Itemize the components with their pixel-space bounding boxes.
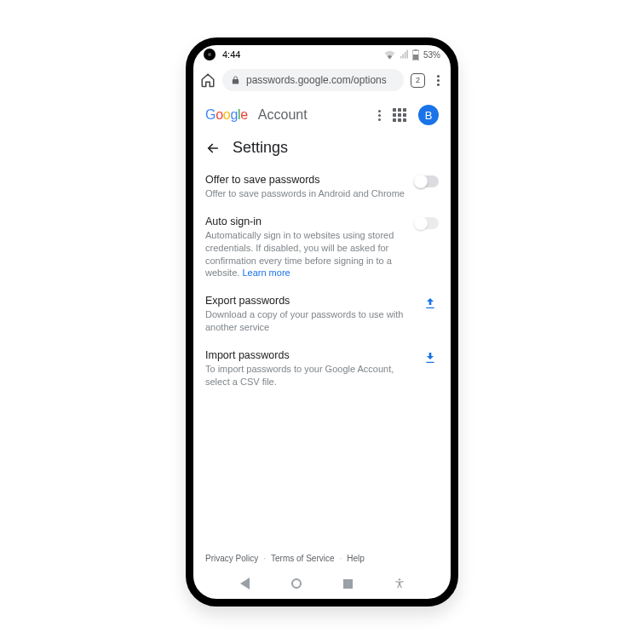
nav-home-icon[interactable] (290, 578, 302, 589)
browser-bar: passwords.google.com/options 2 (193, 64, 451, 96)
setting-desc: Automatically sign in to websites using … (205, 229, 406, 279)
svg-rect-2 (413, 55, 418, 60)
setting-export[interactable]: Export passwords Download a copy of your… (205, 288, 439, 342)
nav-recent-icon[interactable] (342, 578, 354, 589)
back-arrow-icon[interactable] (205, 141, 221, 156)
setting-auto-signin[interactable]: Auto sign-in Automatically sign in to we… (205, 209, 439, 288)
battery-icon (412, 49, 419, 60)
header-menu-icon[interactable] (378, 110, 381, 121)
wifi-icon (384, 50, 395, 60)
signal-icon (400, 49, 408, 60)
svg-rect-1 (414, 49, 417, 51)
page-title: Settings (233, 139, 288, 157)
status-bar: 4:44 53% (193, 45, 451, 64)
help-link[interactable]: Help (347, 554, 365, 563)
status-time: 4:44 (222, 49, 240, 60)
nav-back-icon[interactable] (239, 578, 250, 589)
setting-title: Auto sign-in (205, 216, 406, 227)
footer-links: Privacy Policy · Terms of Service · Help (205, 545, 439, 568)
avatar[interactable]: B (418, 105, 439, 125)
screen: 4:44 53% (193, 45, 451, 599)
setting-title: Export passwords (205, 295, 415, 307)
phone-frame: 4:44 53% (186, 37, 458, 607)
setting-desc: To import passwords to your Google Accou… (205, 363, 415, 388)
lock-icon (231, 75, 241, 85)
page-title-row: Settings (193, 134, 451, 167)
settings-list: Offer to save passwords Offer to save pa… (193, 167, 451, 568)
address-bar[interactable]: passwords.google.com/options (222, 69, 404, 91)
home-icon[interactable] (200, 72, 216, 88)
battery-percent: 53% (423, 50, 440, 60)
camera-cutout (204, 49, 216, 60)
browser-menu-icon[interactable] (432, 75, 444, 86)
setting-import[interactable]: Import passwords To import passwords to … (205, 342, 439, 397)
setting-offer-save[interactable]: Offer to save passwords Offer to save pa… (205, 167, 439, 209)
url-text: passwords.google.com/options (246, 74, 387, 86)
toggle-offer-save[interactable] (415, 175, 439, 187)
setting-desc: Offer to save passwords in Android and C… (205, 187, 406, 200)
account-label: Account (258, 107, 308, 123)
system-nav (193, 568, 451, 599)
nav-accessibility-icon[interactable] (394, 578, 405, 589)
learn-more-link[interactable]: Learn more (242, 267, 290, 278)
setting-title: Offer to save passwords (205, 174, 406, 186)
tab-count[interactable]: 2 (411, 73, 425, 88)
setting-title: Import passwords (205, 349, 415, 361)
svg-point-3 (399, 578, 400, 580)
google-logo: Google (205, 107, 248, 123)
apps-grid-icon[interactable] (393, 108, 406, 122)
setting-desc: Download a copy of your passwords to use… (205, 308, 415, 334)
upload-icon[interactable] (423, 296, 439, 312)
download-icon[interactable] (423, 351, 439, 366)
toggle-auto-signin[interactable] (415, 217, 439, 229)
app-header: Google Account B (193, 96, 451, 134)
privacy-link[interactable]: Privacy Policy (205, 554, 258, 563)
terms-link[interactable]: Terms of Service (271, 554, 334, 563)
